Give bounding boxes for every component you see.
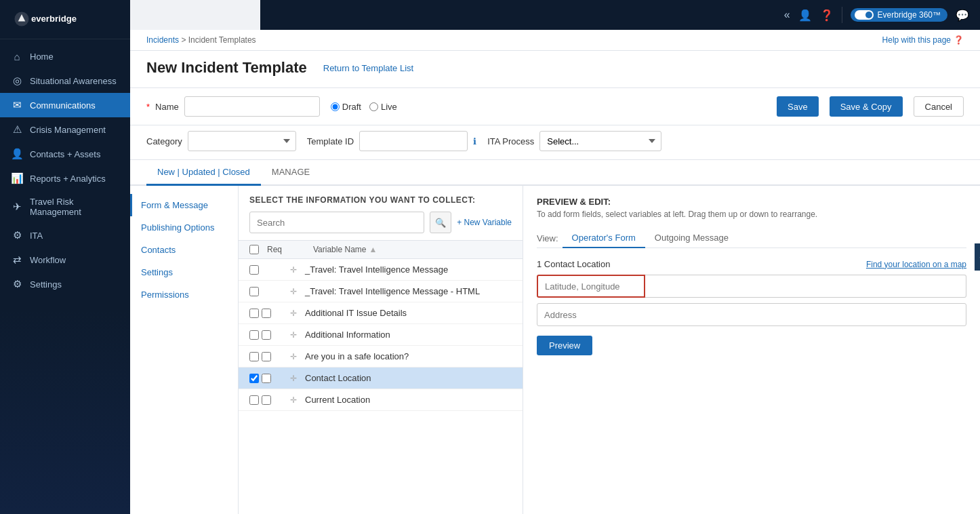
crisis-icon: ⚠: [11, 123, 23, 136]
variable-checkbox[interactable]: [249, 309, 259, 318]
ita-process-select[interactable]: Select...: [539, 131, 661, 151]
variable-list: ✛ _Travel: Travel Intelligence Message ✛…: [239, 259, 523, 514]
variable-row: ✛ Additional Information: [239, 324, 523, 346]
coordinates-right-input: [645, 275, 966, 298]
variable-checkbox[interactable]: [249, 287, 259, 296]
back-icon[interactable]: «: [784, 9, 790, 21]
status-radio-group: Draft Live: [331, 102, 397, 112]
help-link[interactable]: Help with this page ❓: [882, 35, 964, 45]
everbridge-360-toggle[interactable]: Everbridge 360™: [851, 8, 947, 22]
chat-icon[interactable]: 💬: [956, 9, 969, 22]
contact-location-header: 1 Contact Location Find your location on…: [537, 259, 966, 269]
save-button[interactable]: Save: [777, 96, 819, 117]
drag-handle-icon[interactable]: ✛: [290, 352, 297, 361]
variable-name: Additional Information: [305, 330, 512, 340]
variable-req-checkbox[interactable]: [262, 374, 271, 383]
variable-checkbox[interactable]: [249, 395, 259, 405]
drag-handle-icon[interactable]: ✛: [290, 309, 297, 318]
drag-handle-icon[interactable]: ✛: [290, 265, 297, 275]
sidebar-item-label: ITA: [30, 231, 43, 241]
search-icon: 🔍: [435, 218, 446, 228]
draft-radio-label[interactable]: Draft: [331, 102, 361, 112]
drag-handle-icon[interactable]: ✛: [290, 287, 297, 296]
sidebar-item-workflow[interactable]: ⇄ Workflow: [0, 248, 130, 272]
sidebar-item-situational-awareness[interactable]: ◎ Situational Awareness: [0, 68, 130, 93]
search-button[interactable]: 🔍: [430, 212, 451, 233]
variable-name: Current Location: [305, 395, 512, 405]
sub-nav-settings[interactable]: Settings: [130, 261, 238, 283]
template-id-input[interactable]: [359, 131, 468, 151]
user-icon[interactable]: 👤: [798, 9, 812, 22]
tab-new-updated-closed[interactable]: New | Updated | Closed: [146, 160, 261, 186]
return-to-list-link[interactable]: Return to Template List: [323, 63, 413, 73]
drag-handle-icon[interactable]: ✛: [290, 374, 297, 383]
preview-button[interactable]: Preview: [537, 336, 592, 355]
checkbox-wrap: [249, 265, 285, 275]
tab-outgoing-message[interactable]: Outgoing Message: [645, 229, 738, 248]
sidebar-item-settings[interactable]: ⚙ Settings: [0, 272, 130, 296]
breadcrumb-parent[interactable]: Incidents: [146, 35, 179, 45]
sub-nav: Form & Message Publishing Options Contac…: [130, 186, 239, 514]
sub-nav-permissions[interactable]: Permissions: [130, 283, 238, 306]
checkbox-wrap: [249, 330, 285, 340]
reports-icon: 📊: [11, 172, 23, 184]
new-variable-button[interactable]: + New Variable: [457, 218, 512, 227]
sidebar-item-reports-analytics[interactable]: 📊 Reports + Analytics: [0, 166, 130, 191]
sub-nav-publishing-options[interactable]: Publishing Options: [130, 216, 238, 239]
tab-manage[interactable]: MANAGE: [261, 160, 321, 186]
sub-nav-form-message[interactable]: Form & Message: [130, 194, 238, 216]
page-title: New Incident Template: [146, 59, 307, 77]
draft-radio[interactable]: [331, 102, 340, 111]
contact-location-number: 1 Contact Location: [537, 259, 610, 269]
checkbox-wrap: [249, 352, 285, 361]
category-field-group: Category: [146, 131, 296, 151]
sidebar-item-ita[interactable]: ⚙ ITA: [0, 223, 130, 248]
variable-checkbox[interactable]: [249, 265, 259, 275]
drag-handle-icon[interactable]: ✛: [290, 330, 297, 340]
latitude-longitude-input[interactable]: [537, 275, 645, 298]
variable-row: ✛ Additional IT Issue Details: [239, 302, 523, 324]
variable-checkbox[interactable]: [249, 374, 259, 383]
ita-process-group: ITA Process Select...: [487, 131, 661, 151]
template-id-info-icon: ℹ: [473, 136, 476, 146]
cancel-button[interactable]: Cancel: [914, 96, 964, 117]
search-input-wrap: [249, 212, 424, 233]
breadcrumb-current: Incident Templates: [188, 35, 256, 45]
sidebar-item-home[interactable]: ⌂ Home: [0, 45, 130, 68]
search-input[interactable]: [249, 212, 424, 233]
tabs-row: New | Updated | Closed MANAGE: [130, 160, 980, 186]
variable-checkbox[interactable]: [249, 352, 259, 361]
breadcrumb-bar: Incidents > Incident Templates Help with…: [130, 30, 980, 51]
variable-checkbox[interactable]: [249, 330, 259, 340]
live-radio-label[interactable]: Live: [369, 102, 397, 112]
variable-req-checkbox[interactable]: [262, 309, 271, 318]
variable-req-checkbox[interactable]: [262, 330, 271, 340]
find-location-map-link[interactable]: Find your location on a map: [866, 260, 966, 269]
variable-name: _Travel: Travel Intelligence Message - H…: [305, 286, 512, 296]
ita-process-label: ITA Process: [487, 136, 534, 146]
live-radio[interactable]: [369, 102, 378, 111]
breadcrumb-separator: >: [181, 35, 188, 45]
sidebar-item-contacts-assets[interactable]: 👤 Contacts + Assets: [0, 142, 130, 166]
address-input[interactable]: [537, 303, 966, 326]
sub-nav-contacts[interactable]: Contacts: [130, 239, 238, 261]
tab-operators-form[interactable]: Operator's Form: [563, 229, 645, 248]
sidebar-item-communications[interactable]: ✉ Communications: [0, 93, 130, 117]
select-all-checkbox[interactable]: [249, 245, 259, 254]
variable-req-checkbox[interactable]: [262, 395, 271, 405]
save-copy-button[interactable]: Save & Copy: [830, 96, 903, 117]
variable-name: Are you in a safe location?: [305, 351, 512, 361]
drag-handle-icon[interactable]: ✛: [290, 395, 297, 405]
name-input[interactable]: [184, 96, 320, 117]
sub-nav-label: Publishing Options: [141, 222, 214, 233]
travel-icon: ✈: [11, 201, 23, 213]
category-select[interactable]: [188, 131, 296, 151]
sidebar-item-travel-risk[interactable]: ✈ Travel Risk Management: [0, 191, 130, 223]
variable-req-checkbox[interactable]: [262, 352, 271, 361]
workflow-icon: ⇄: [11, 254, 23, 266]
checkbox-wrap: [249, 395, 285, 405]
variable-table-header: Req Variable Name ▲: [239, 240, 523, 259]
help-icon[interactable]: ❓: [820, 9, 834, 22]
logo: everbridge: [0, 0, 130, 39]
sidebar-item-crisis-management[interactable]: ⚠ Crisis Management: [0, 117, 130, 142]
